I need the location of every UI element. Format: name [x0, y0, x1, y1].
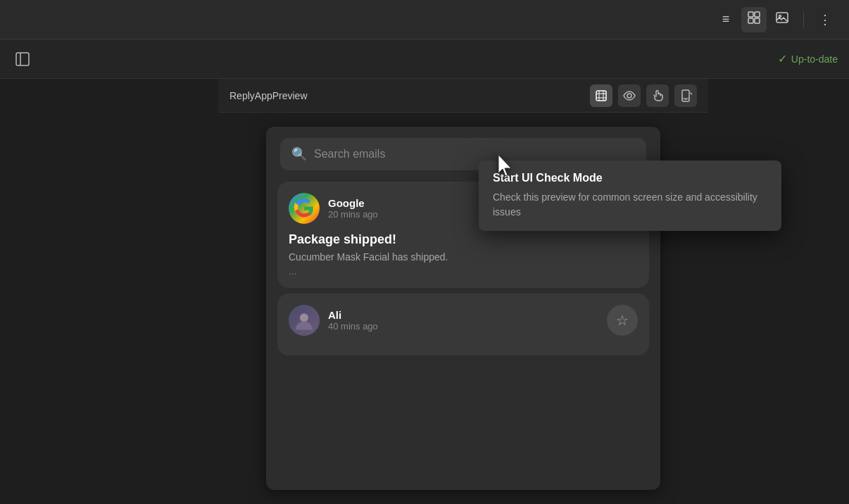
left-panel — [0, 79, 218, 504]
frame-mode-button[interactable] — [590, 84, 612, 107]
eye-mode-button[interactable] — [618, 84, 641, 107]
app-preview-container: 🔍 Search emails — [218, 113, 708, 504]
svg-rect-6 — [16, 53, 29, 65]
sender-time-google: 20 mins ago — [328, 209, 378, 220]
tooltip-description: Check this preview for common screen siz… — [493, 190, 767, 220]
layout-icon-button[interactable] — [741, 7, 767, 32]
second-bar: ✓ Up-to-date — [0, 39, 849, 79]
svg-point-8 — [627, 94, 631, 98]
svg-rect-7 — [596, 91, 606, 101]
tooltip-popup: Start UI Check Mode Check this preview f… — [479, 160, 781, 231]
toolbar-divider — [803, 11, 804, 28]
star-button-ali[interactable]: ☆ — [607, 305, 638, 336]
svg-rect-4 — [776, 13, 788, 23]
svg-rect-1 — [755, 12, 760, 17]
email-ellipsis-google: ... — [289, 265, 638, 277]
sender-name-google: Google — [328, 197, 378, 209]
preview-title: ReplyAppPreview — [229, 90, 584, 101]
tooltip-title: Start UI Check Mode — [493, 172, 767, 184]
right-panel — [708, 79, 849, 504]
up-to-date-label: Up-to-date — [791, 53, 838, 65]
up-to-date-status: ✓ Up-to-date — [778, 52, 838, 65]
svg-point-10 — [300, 313, 308, 322]
preview-header: ReplyAppPreview — [218, 79, 708, 113]
sender-name-ali: Ali — [328, 309, 378, 321]
menu-icon: ≡ — [722, 12, 730, 27]
svg-rect-0 — [748, 12, 753, 17]
svg-rect-3 — [755, 18, 760, 23]
more-icon-button[interactable]: ⋮ — [812, 7, 838, 32]
email-card-header-ali: Ali 40 mins ago ☆ — [289, 305, 638, 336]
more-icon: ⋮ — [819, 12, 831, 27]
svg-point-5 — [779, 15, 781, 18]
avatar-google — [289, 193, 320, 224]
sender-details: Google 20 mins ago — [328, 197, 378, 220]
sender-time-ali: 40 mins ago — [328, 321, 378, 332]
checkmark-icon: ✓ — [778, 52, 787, 65]
svg-rect-2 — [748, 18, 753, 23]
device-mode-button[interactable] — [674, 84, 697, 107]
expand-panel-button[interactable] — [11, 48, 34, 70]
layout-icon — [747, 11, 761, 28]
sender-info: Google 20 mins ago — [289, 193, 378, 224]
sender-details-ali: Ali 40 mins ago — [328, 309, 378, 332]
avatar-ali-image — [289, 305, 320, 336]
email-card-ali[interactable]: Ali 40 mins ago ☆ — [277, 294, 649, 355]
search-icon: 🔍 — [291, 146, 307, 162]
email-subject-google: Package shipped! — [289, 232, 638, 247]
image-icon — [775, 11, 789, 28]
menu-icon-button[interactable]: ≡ — [713, 7, 738, 32]
sender-info-ali: Ali 40 mins ago — [289, 305, 378, 336]
top-toolbar: ≡ ⋮ — [0, 0, 849, 39]
image-icon-button[interactable] — [769, 7, 795, 32]
hand-mode-button[interactable] — [646, 84, 669, 107]
search-placeholder-text: Search emails — [314, 148, 385, 160]
avatar-ali — [289, 305, 320, 336]
preview-panel: ReplyAppPreview — [218, 79, 708, 504]
main-content: ReplyAppPreview — [0, 79, 849, 504]
email-preview-google: Cucumber Mask Facial has shipped. — [289, 251, 638, 263]
